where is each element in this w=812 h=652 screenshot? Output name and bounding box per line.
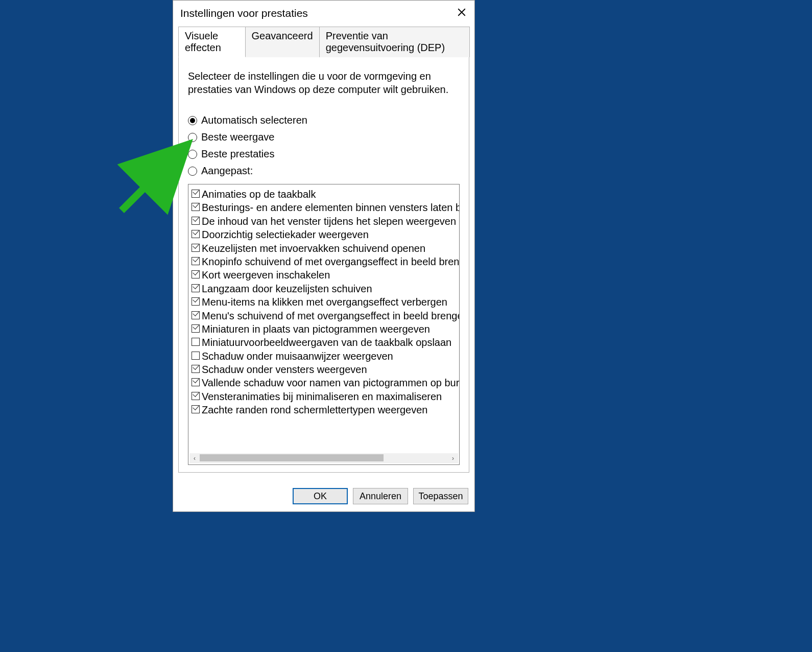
checkbox-icon[interactable] [192, 257, 200, 265]
radio-icon [188, 133, 197, 142]
list-item[interactable]: Keuzelijsten met invoervakken schuivend … [192, 242, 457, 255]
tabs: Visuele effecten Geavanceerd Preventie v… [178, 26, 469, 57]
list-item[interactable]: Menu-items na klikken met overgangseffec… [192, 295, 457, 309]
tabs-area: Visuele effecten Geavanceerd Preventie v… [178, 26, 469, 473]
list-item[interactable]: Miniaturen in plaats van pictogrammen we… [192, 322, 457, 336]
checkbox-icon[interactable] [192, 338, 200, 346]
radio-best-appearance[interactable]: Beste weergave [188, 131, 460, 143]
list-item[interactable]: Schaduw onder vensters weergeven [192, 363, 457, 376]
list-item[interactable]: Vensteranimaties bij minimaliseren en ma… [192, 390, 457, 403]
checkbox-icon[interactable] [192, 365, 200, 373]
chevron-right-icon: › [452, 455, 454, 462]
list-item[interactable]: De inhoud van het venster tijdens het sl… [192, 215, 457, 228]
tab-visual-effects[interactable]: Visuele effecten [178, 27, 246, 57]
list-item[interactable]: Besturings- en andere elementen binnen v… [192, 201, 457, 214]
list-item-label: Langzaam door keuzelijsten schuiven [202, 282, 372, 295]
checkbox-icon[interactable] [192, 284, 200, 292]
tab-advanced[interactable]: Geavanceerd [245, 27, 320, 57]
radio-icon [188, 116, 197, 125]
list-item-label: Zachte randen rond schermlettertypen wee… [202, 403, 427, 416]
dialog-title: Instellingen voor prestaties [180, 7, 455, 19]
list-item[interactable]: Zachte randen rond schermlettertypen wee… [192, 403, 457, 416]
horizontal-scrollbar[interactable]: ‹ › [189, 453, 458, 463]
list-item-label: Vensteranimaties bij minimaliseren en ma… [202, 390, 442, 403]
performance-options-dialog: Instellingen voor prestaties Visuele eff… [173, 0, 475, 512]
list-item-label: Vallende schaduw voor namen van pictogra… [202, 376, 460, 389]
tab-dep[interactable]: Preventie van gegevensuitvoering (DEP) [319, 27, 470, 57]
list-item[interactable]: Kort weergeven inschakelen [192, 268, 457, 282]
options-listbox[interactable]: Animaties op de taakbalkBesturings- en a… [188, 184, 460, 465]
list-item[interactable]: Doorzichtig selectiekader weergeven [192, 228, 457, 241]
list-item-label: Miniatuurvoorbeeldweergaven van de taakb… [202, 336, 451, 349]
list-item[interactable]: Miniatuurvoorbeeldweergaven van de taakb… [192, 336, 457, 349]
scroll-track[interactable] [200, 453, 448, 463]
list-item-label: De inhoud van het venster tijdens het sl… [202, 215, 456, 228]
list-item-label: Keuzelijsten met invoervakken schuivend … [202, 242, 425, 255]
list-item-label: Animaties op de taakbalk [202, 188, 316, 201]
list-item-label: Miniaturen in plaats van pictogrammen we… [202, 322, 430, 336]
list-item[interactable]: Schaduw onder muisaanwijzer weergeven [192, 350, 457, 363]
titlebar: Instellingen voor prestaties [173, 1, 474, 26]
checkbox-icon[interactable] [192, 270, 200, 278]
list-item[interactable]: Langzaam door keuzelijsten schuiven [192, 282, 457, 295]
close-icon [457, 8, 466, 19]
list-item-label: Besturings- en andere elementen binnen v… [202, 201, 460, 214]
radio-group: Automatisch selecteren Beste weergave Be… [188, 114, 460, 177]
scroll-left-button[interactable]: ‹ [189, 453, 200, 463]
checkbox-icon[interactable] [192, 324, 200, 333]
scroll-right-button[interactable]: › [448, 453, 458, 463]
checkbox-icon[interactable] [192, 190, 200, 198]
list-item[interactable]: Menu's schuivend of met overgangseffect … [192, 309, 457, 322]
intro-text: Selecteer de instellingen die u voor de … [188, 69, 453, 96]
list-item-label: Schaduw onder vensters weergeven [202, 363, 367, 376]
radio-icon [188, 150, 197, 159]
radio-label: Beste weergave [201, 131, 274, 143]
checkbox-icon[interactable] [192, 392, 200, 400]
checkbox-icon[interactable] [192, 244, 200, 252]
cancel-button[interactable]: Annuleren [353, 488, 408, 504]
radio-custom[interactable]: Aangepast: [188, 165, 460, 177]
checkbox-icon[interactable] [192, 311, 200, 319]
radio-auto[interactable]: Automatisch selecteren [188, 114, 460, 126]
chevron-left-icon: ‹ [194, 455, 196, 462]
checkbox-icon[interactable] [192, 405, 200, 413]
dialog-buttons: OK Annuleren Toepassen [173, 483, 474, 511]
checkbox-icon[interactable] [192, 230, 200, 238]
list-item-label: Menu-items na klikken met overgangseffec… [202, 295, 447, 309]
list-item-label: Knopinfo schuivend of met overgangseffec… [202, 255, 460, 268]
tab-content-visual-effects: Selecteer de instellingen die u voor de … [178, 57, 469, 473]
radio-label: Aangepast: [201, 165, 253, 177]
close-button[interactable] [455, 7, 468, 20]
list-item-label: Doorzichtig selectiekader weergeven [202, 228, 369, 241]
list-item-label: Schaduw onder muisaanwijzer weergeven [202, 350, 393, 363]
scroll-thumb[interactable] [200, 454, 384, 461]
radio-label: Beste prestaties [201, 148, 274, 160]
list-item[interactable]: Knopinfo schuivend of met overgangseffec… [192, 255, 457, 268]
checkbox-icon[interactable] [192, 378, 200, 386]
list-item[interactable]: Animaties op de taakbalk [192, 188, 457, 201]
radio-label: Automatisch selecteren [201, 114, 307, 126]
radio-icon [188, 167, 197, 176]
list-item-label: Kort weergeven inschakelen [202, 268, 330, 282]
list-item-label: Menu's schuivend of met overgangseffect … [202, 309, 460, 322]
checkbox-icon[interactable] [192, 203, 200, 211]
checkbox-icon[interactable] [192, 297, 200, 306]
ok-button[interactable]: OK [293, 488, 348, 504]
apply-button[interactable]: Toepassen [413, 488, 468, 504]
radio-best-performance[interactable]: Beste prestaties [188, 148, 460, 160]
checkbox-icon[interactable] [192, 352, 200, 360]
checkbox-icon[interactable] [192, 217, 200, 225]
list-item[interactable]: Vallende schaduw voor namen van pictogra… [192, 376, 457, 389]
